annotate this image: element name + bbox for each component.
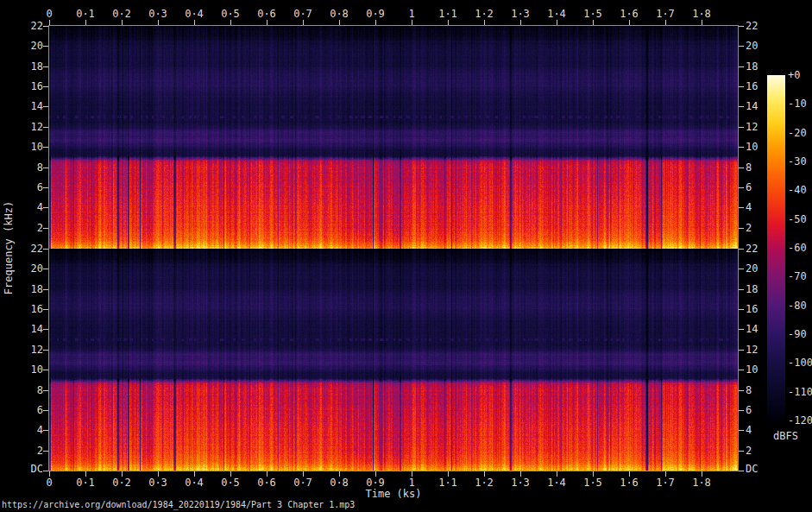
time-tick-label-bottom: 0·8: [330, 477, 349, 489]
freq-tick-left: [43, 249, 48, 250]
time-tick-top: [122, 20, 123, 25]
freq-tick-right: [739, 187, 744, 188]
freq-tick-left: [43, 471, 48, 471]
freq-tick-label-left: 12: [16, 344, 43, 356]
time-tick-label-top: 0·2: [112, 9, 131, 20]
time-tick-label-top: 1·2: [475, 9, 494, 20]
freq-tick-label-right: 20: [746, 263, 758, 275]
freq-tick-right: [739, 471, 744, 471]
freq-tick-label-left: 6: [16, 182, 43, 193]
time-tick-label-top: 1: [408, 9, 414, 20]
freq-tick-label-left: 8: [16, 385, 43, 396]
freq-tick-left: [43, 127, 48, 128]
freq-tick-left: [43, 66, 48, 67]
time-tick-label-top: 1·3: [511, 9, 530, 20]
time-tick-label-bottom: 1·8: [692, 477, 711, 489]
freq-tick-label-right: 16: [746, 81, 758, 92]
freq-tick-left: [43, 410, 48, 411]
time-tick-label-bottom: 0·5: [221, 477, 240, 489]
time-tick-top: [557, 20, 557, 25]
time-tick-label-top: 1·4: [547, 9, 566, 20]
freq-tick-right: [739, 390, 744, 391]
time-tick-label-top: 1·1: [438, 9, 457, 20]
time-tick-label-top: 0·4: [185, 9, 204, 20]
freq-tick-label-left: 18: [16, 284, 43, 295]
time-tick-top: [230, 20, 231, 25]
freq-tick-left: [43, 289, 48, 290]
time-tick-top: [412, 20, 412, 25]
freq-tick-label-right: 16: [746, 304, 758, 315]
freq-tick-right: [739, 228, 744, 229]
freq-tick-left: [43, 370, 48, 370]
db-tick-label: -70: [788, 271, 807, 282]
time-tick-label-top: 0·9: [366, 9, 385, 20]
time-tick-label-top: 1·8: [692, 9, 711, 20]
freq-tick-left: [43, 86, 48, 87]
freq-tick-left: [43, 106, 48, 107]
db-tick-label: -50: [788, 213, 807, 224]
y-axis-title: Frequency (kHz): [3, 201, 15, 294]
db-tick-label: +0: [788, 70, 800, 81]
spectrogram-channel-right: [49, 249, 738, 471]
time-tick-top: [49, 20, 50, 25]
time-tick-top: [593, 20, 594, 25]
freq-tick-right: [739, 207, 744, 208]
freq-tick-label-right: 14: [746, 101, 758, 112]
freq-tick-label-left: 16: [16, 304, 43, 315]
time-tick-label-top: 0·6: [257, 9, 276, 20]
freq-tick-right: [739, 269, 744, 269]
freq-tick-label-right: 4: [746, 425, 752, 436]
freq-tick-label-left: 18: [16, 61, 43, 73]
freq-tick-right: [739, 46, 744, 47]
freq-tick-label-left: 8: [16, 162, 43, 174]
time-tick-label-bottom: 0·2: [112, 477, 131, 489]
freq-tick-left: [43, 168, 48, 168]
x-axis-title: Time (ks): [365, 489, 421, 500]
time-tick-label-bottom: 0·4: [185, 477, 204, 489]
time-tick-top: [448, 20, 449, 25]
freq-tick-right: [739, 147, 744, 148]
freq-tick-right: [739, 249, 744, 250]
freq-tick-right: [739, 309, 744, 310]
time-tick-top: [194, 20, 195, 25]
freq-tick-right: [739, 168, 744, 168]
spek-spectrogram-view: 000·10·10·20·20·30·30·40·40·50·50·60·60·…: [0, 0, 812, 512]
freq-tick-label-right-dc: DC: [746, 464, 758, 475]
time-tick-label-top: 1·5: [583, 9, 602, 20]
time-tick-top: [665, 20, 666, 25]
db-tick-label: -30: [788, 156, 807, 168]
freq-tick-label-left-dc: DC: [16, 464, 43, 475]
time-tick-label-bottom: 1·2: [475, 477, 494, 489]
freq-tick-label-left: 14: [16, 101, 43, 112]
freq-tick-label-left: 10: [16, 142, 43, 153]
time-tick-label-bottom: 0·7: [293, 477, 312, 489]
time-tick-top: [520, 20, 521, 25]
freq-tick-label-right: 4: [746, 202, 752, 213]
time-tick-top: [484, 20, 485, 25]
freq-tick-right: [739, 289, 744, 290]
db-tick-label: -80: [788, 300, 807, 311]
time-tick-label-top: 0·3: [148, 9, 167, 20]
freq-tick-label-right: 22: [746, 21, 758, 32]
freq-tick-right: [739, 329, 744, 330]
freq-tick-right: [739, 410, 744, 411]
freq-tick-label-right: 2: [746, 223, 752, 234]
freq-tick-left: [43, 390, 48, 391]
freq-tick-right: [739, 66, 744, 67]
freq-tick-label-left: 20: [16, 263, 43, 275]
db-tick-label: -60: [788, 243, 807, 254]
freq-tick-label-right: 12: [746, 344, 758, 356]
freq-tick-label-left: 22: [16, 243, 43, 255]
db-tick-label: -90: [788, 329, 807, 340]
freq-tick-left: [43, 451, 48, 452]
freq-tick-label-right: 18: [746, 284, 758, 295]
time-tick-label-top: 1·7: [656, 9, 675, 20]
freq-tick-label-right: 6: [746, 405, 752, 416]
freq-tick-left: [43, 350, 48, 351]
freq-tick-label-left: 10: [16, 364, 43, 376]
time-tick-label-top: 1·6: [620, 9, 639, 20]
db-tick-label: -120: [788, 415, 812, 427]
freq-tick-left: [43, 207, 48, 208]
freq-tick-left: [43, 46, 48, 47]
freq-tick-label-right: 22: [746, 243, 758, 255]
